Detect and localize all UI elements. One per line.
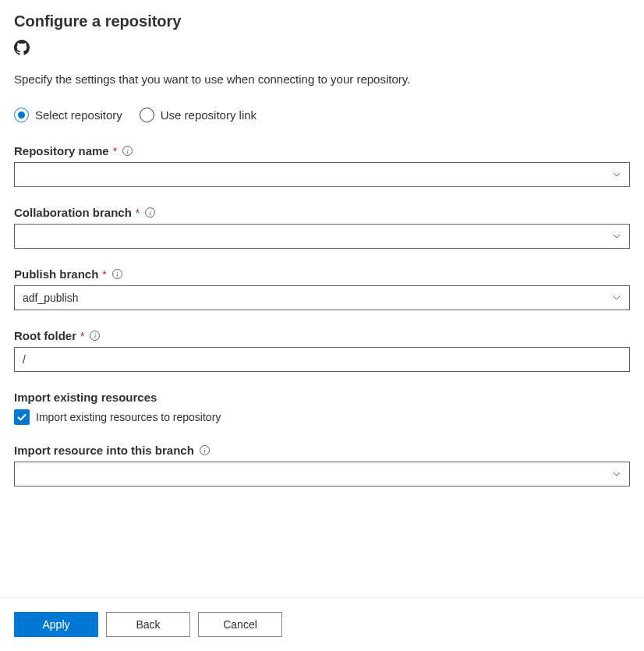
import-branch-dropdown[interactable]: [14, 462, 630, 486]
info-icon[interactable]: i: [200, 445, 210, 455]
required-indicator: *: [113, 145, 117, 157]
root-folder-label: Root folder: [14, 329, 76, 342]
mode-radio-group: Select repository Use repository link: [14, 108, 630, 122]
publish-branch-label: Publish branch: [14, 267, 98, 281]
checkbox-label: Import existing resources to repository: [36, 411, 221, 423]
footer: Apply Back Cancel: [0, 597, 644, 637]
import-existing-resources-label: Import existing resources: [14, 391, 630, 404]
required-indicator: *: [102, 268, 106, 281]
radio-label: Select repository: [35, 108, 122, 122]
info-icon[interactable]: i: [90, 331, 100, 341]
info-icon[interactable]: i: [122, 146, 133, 156]
chevron-down-icon: [612, 232, 621, 241]
info-icon[interactable]: i: [145, 207, 155, 218]
cancel-button[interactable]: Cancel: [198, 612, 282, 637]
dropdown-value: adf_publish: [23, 292, 79, 304]
required-indicator: *: [80, 330, 84, 342]
use-repository-link-radio[interactable]: Use repository link: [140, 108, 257, 122]
import-existing-checkbox[interactable]: Import existing resources to repository: [14, 409, 630, 425]
radio-label: Use repository link: [161, 108, 257, 122]
github-icon: [14, 40, 630, 55]
repository-name-dropdown[interactable]: [14, 162, 630, 187]
radio-icon: [140, 108, 154, 122]
collaboration-branch-label: Collaboration branch: [14, 206, 132, 219]
page-title: Configure a repository: [14, 12, 630, 30]
select-repository-radio[interactable]: Select repository: [14, 108, 122, 122]
back-button[interactable]: Back: [106, 612, 190, 637]
publish-branch-dropdown[interactable]: adf_publish: [14, 285, 630, 310]
radio-icon: [14, 108, 29, 122]
chevron-down-icon: [612, 170, 621, 179]
repository-name-label: Repository name: [14, 144, 109, 157]
chevron-down-icon: [612, 293, 621, 303]
chevron-down-icon: [612, 469, 621, 479]
collaboration-branch-dropdown[interactable]: [14, 224, 630, 249]
apply-button[interactable]: Apply: [14, 612, 98, 637]
checkbox-icon: [14, 409, 30, 425]
root-folder-input[interactable]: [14, 347, 630, 372]
info-icon[interactable]: i: [112, 269, 122, 279]
required-indicator: *: [136, 207, 140, 219]
description-text: Specify the settings that you want to us…: [14, 73, 630, 86]
import-branch-label: Import resource into this branch: [14, 444, 194, 457]
